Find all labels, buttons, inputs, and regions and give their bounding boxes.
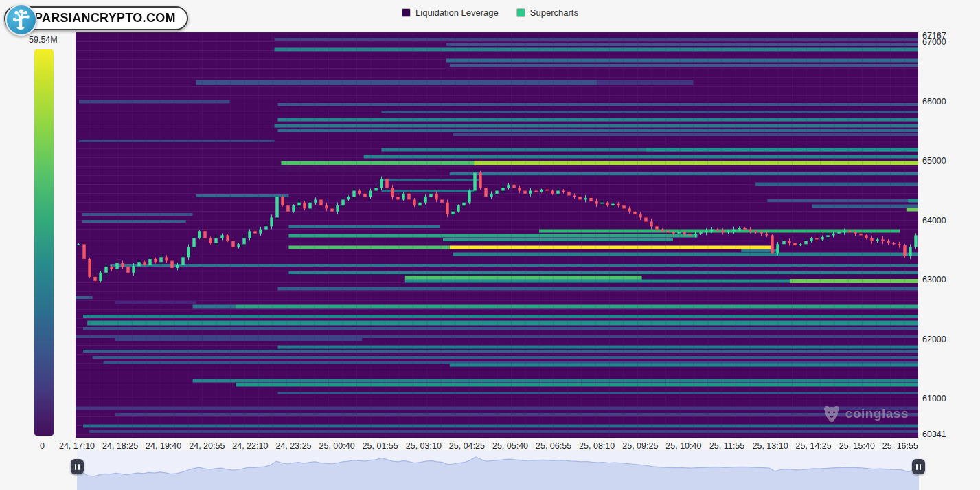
navigator-left-handle[interactable] [71,459,84,474]
time-tick-label: 25, 13:10 [753,441,788,451]
time-tick-label: 25, 06:55 [536,441,571,451]
time-tick-label: 25, 09:25 [622,441,658,451]
time-tick-label: 25, 03:10 [406,441,442,451]
price-axis: 6716767000660006500064000630006200061000… [922,32,979,438]
site-logo[interactable]: PARSIANCRYPTO.COM [4,3,188,33]
colorbar-gradient [34,49,54,436]
colorbar-min-label: 0 [40,441,45,451]
tree-coin-icon [5,4,37,36]
legend-item-liquidation-leverage[interactable]: Liquidation Leverage [402,8,499,18]
navigator-area-chart[interactable] [77,450,919,490]
price-tick-label: 62000 [922,335,946,344]
colorbar-max-label: 59.54M [29,35,58,45]
time-tick-label: 24, 20:55 [189,441,225,451]
time-tick-label: 25, 01:55 [363,441,398,451]
legend-swatch-purple [402,8,411,17]
time-tick-label: 24, 18:25 [102,441,138,451]
time-tick-label: 24, 22:10 [232,441,268,451]
time-tick-label: 24, 19:40 [146,441,181,451]
price-tick-label: 64000 [922,216,946,225]
price-tick-label: 67000 [922,37,946,47]
time-tick-label: 25, 11:55 [709,441,744,451]
legend-item-supercharts[interactable]: Supercharts [516,8,578,18]
price-tick-label: 65000 [922,156,946,166]
time-tick-label: 25, 04:25 [449,441,485,451]
time-tick-label: 25, 08:10 [579,441,615,451]
price-tick-label: 63000 [922,275,946,285]
heatmap-candlestick-canvas[interactable] [76,32,918,438]
legend-label: Supercharts [530,8,578,18]
time-tick-label: 25, 05:40 [492,441,528,451]
time-tick-label: 25, 14:25 [796,441,832,451]
price-tick-label: 61000 [922,394,946,403]
navigator-right-handle[interactable] [912,459,925,474]
navigator-track[interactable] [77,450,919,490]
legend-swatch-green [516,8,525,17]
time-tick-label: 24, 17:10 [59,441,95,451]
time-tick-label: 25, 10:40 [665,441,701,451]
liquidation-heatmap-plot[interactable]: coinglass [76,32,918,438]
time-tick-label: 25, 15:40 [839,441,875,451]
time-tick-label: 24, 23:25 [275,441,311,451]
time-tick-label: 25, 16:55 [882,441,918,451]
price-tick-label: 66000 [922,97,946,107]
price-tick-label: 60341 [922,430,946,439]
time-tick-label: 25, 00:40 [319,441,355,451]
legend-label: Liquidation Leverage [415,8,499,18]
